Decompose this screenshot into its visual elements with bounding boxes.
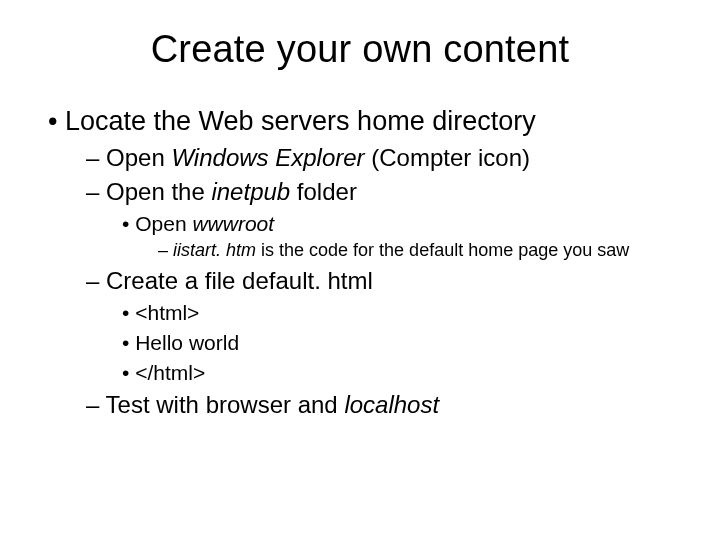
bullet-lvl3: Hello world (122, 330, 672, 356)
bullet-lvl4: iistart. htm is the code for the default… (158, 239, 672, 262)
bullet-lvl3: <html> (122, 300, 672, 326)
text-italic: Windows Explorer (171, 144, 371, 171)
bullet-lvl3: Open wwwroot iistart. htm is the code fo… (122, 211, 672, 262)
bullet-list: Locate the Web servers home directory Op… (48, 105, 672, 420)
bullet-lvl2: Open the inetpub folder Open wwwroot iis… (86, 177, 672, 262)
bullet-lvl3: </html> (122, 360, 672, 386)
text-italic: inetpub (211, 178, 296, 205)
bullet-lvl2: Create a file default. html <html> Hello… (86, 266, 672, 387)
text: (Compter icon) (371, 144, 530, 171)
text: Create a file default. html (106, 267, 373, 294)
text: Open the (106, 178, 211, 205)
bullet-lvl1: Locate the Web servers home directory Op… (48, 105, 672, 420)
text-italic: iistart. htm (173, 240, 261, 260)
text: Locate the Web servers home directory (65, 106, 536, 136)
sublist: <html> Hello world </html> (122, 300, 672, 387)
text-italic: localhost (344, 391, 439, 418)
bullet-lvl2: Test with browser and localhost (86, 390, 672, 420)
text-italic: wwwroot (192, 212, 274, 235)
slide-title: Create your own content (48, 28, 672, 71)
text: Hello world (135, 331, 239, 354)
text: Test with browser and (106, 391, 345, 418)
text: is the code for the default home page yo… (261, 240, 629, 260)
text: <html> (135, 301, 199, 324)
text: Open (106, 144, 171, 171)
sublist: Open Windows Explorer (Compter icon) Ope… (86, 143, 672, 421)
bullet-lvl2: Open Windows Explorer (Compter icon) (86, 143, 672, 173)
text: folder (297, 178, 357, 205)
sublist: Open wwwroot iistart. htm is the code fo… (122, 211, 672, 262)
slide: Create your own content Locate the Web s… (0, 0, 720, 540)
text: Open (135, 212, 192, 235)
sublist: iistart. htm is the code for the default… (158, 239, 672, 262)
text: </html> (135, 361, 205, 384)
